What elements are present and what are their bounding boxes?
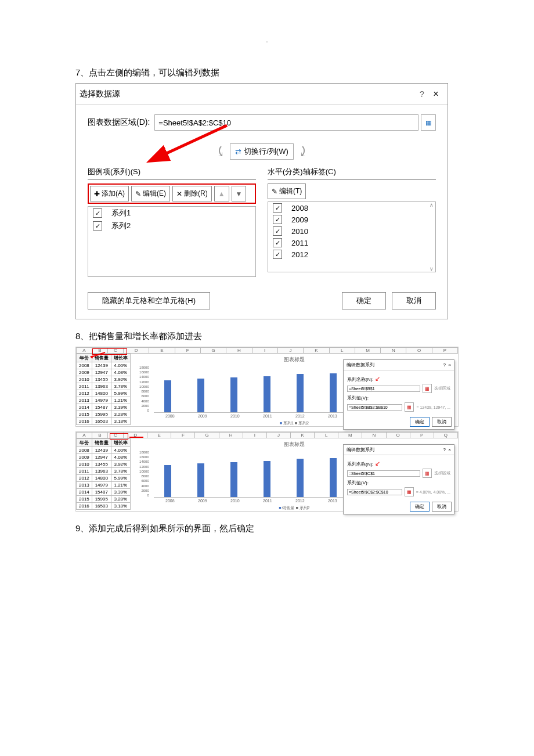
series-name-input[interactable] bbox=[347, 386, 420, 392]
edit-dialog-title: 编辑数据系列 bbox=[347, 362, 443, 368]
checkbox-icon[interactable]: ✓ bbox=[93, 221, 102, 231]
header-dot: . bbox=[0, 35, 534, 44]
excel-screenshot-2: ABCDEFGHIJKLMNOPQ 年份销售量增长率2008124394.00%… bbox=[75, 431, 459, 512]
category-item[interactable]: ✓2008 bbox=[268, 202, 435, 214]
cancel-button[interactable]: 取消 bbox=[432, 502, 452, 512]
series-name-input[interactable] bbox=[347, 470, 420, 477]
move-up-button[interactable]: ▲ bbox=[214, 186, 229, 201]
arrow-right-icon: ⤸ bbox=[297, 143, 309, 160]
series-value-label: 系列值(V): bbox=[347, 480, 450, 486]
switch-row-col-button[interactable]: ⇄切换行/列(W) bbox=[230, 143, 294, 160]
category-list[interactable]: ∧∨ ✓2008✓2009✓2010✓2011✓2012 bbox=[268, 201, 436, 272]
step-8-text: 8、把销售量和增长率都添加进去 bbox=[75, 331, 459, 342]
range-selector-icon[interactable]: ▦ bbox=[423, 469, 432, 478]
series-value-label: 系列值(V): bbox=[347, 395, 450, 401]
chart-area-1: 图表标题180001600014000120001000080006000400… bbox=[131, 354, 458, 426]
select-data-source-dialog: 选择数据源 ? × 图表数据区域(D): =Sheet5!$A$2:$C$10 … bbox=[75, 83, 448, 319]
edit-icon: ✎ bbox=[135, 190, 141, 198]
delete-button[interactable]: ✕删除(R) bbox=[172, 186, 212, 201]
series-value-input[interactable] bbox=[347, 404, 402, 411]
close-icon[interactable]: × bbox=[448, 362, 451, 368]
range-selector-icon[interactable]: ▦ bbox=[405, 487, 414, 496]
excel-screenshot-1: ABCDEFGHIJKLMNOP 年份销售量增长率2008124394.00%2… bbox=[75, 347, 459, 427]
delete-icon: ✕ bbox=[176, 190, 182, 198]
highlight-col-c bbox=[110, 433, 128, 440]
category-item[interactable]: ✓2010 bbox=[268, 225, 435, 237]
dialog-title: 选择数据源 bbox=[80, 89, 416, 99]
edit-series-dialog: 编辑数据系列? ×系列名称(N): ↙▦选择区域系列值(V):▦= 12439,… bbox=[343, 359, 454, 430]
edit-axis-button[interactable]: ✎编辑(T) bbox=[268, 183, 306, 199]
checkbox-icon[interactable]: ✓ bbox=[273, 250, 282, 259]
annotation-arrow-red bbox=[134, 123, 239, 169]
help-icon[interactable]: ? bbox=[443, 447, 445, 452]
checkbox-icon[interactable]: ✓ bbox=[93, 208, 102, 218]
cancel-button[interactable]: 取消 bbox=[432, 417, 452, 427]
help-icon[interactable]: ? bbox=[416, 89, 428, 99]
cancel-button[interactable]: 取消 bbox=[392, 292, 436, 309]
svg-line-1 bbox=[91, 352, 105, 357]
scroll-up-icon[interactable]: ∧ bbox=[430, 202, 434, 208]
series-item[interactable]: ✓系列1 bbox=[88, 207, 255, 219]
hidden-cells-button[interactable]: 隐藏的单元格和空单元格(H) bbox=[88, 292, 210, 309]
series-value-input[interactable] bbox=[347, 489, 402, 495]
checkbox-icon[interactable]: ✓ bbox=[273, 215, 282, 224]
close-icon[interactable]: × bbox=[448, 447, 451, 452]
svg-line-0 bbox=[151, 125, 227, 160]
edit-button[interactable]: ✎编辑(E) bbox=[131, 186, 170, 201]
arrow-icon bbox=[89, 351, 106, 359]
add-button[interactable]: ✚添加(A) bbox=[90, 186, 129, 201]
scroll-down-icon[interactable]: ∨ bbox=[430, 266, 434, 272]
checkbox-icon[interactable]: ✓ bbox=[273, 238, 282, 247]
series-item[interactable]: ✓系列2 bbox=[88, 219, 255, 232]
ok-button[interactable]: 确定 bbox=[410, 417, 430, 427]
range-selector-icon[interactable]: ▦ bbox=[421, 114, 436, 131]
help-icon[interactable]: ? bbox=[443, 362, 445, 368]
data-table: 年份销售量增长率2008124394.00%2009129474.08%2010… bbox=[76, 354, 131, 425]
category-item[interactable]: ✓2012 bbox=[268, 249, 435, 260]
checkbox-icon[interactable]: ✓ bbox=[273, 203, 282, 213]
range-selector-icon[interactable]: ▦ bbox=[423, 384, 432, 393]
ok-button[interactable]: 确定 bbox=[410, 502, 430, 512]
checkbox-icon[interactable]: ✓ bbox=[273, 226, 282, 236]
chart-area-2: 图表标题180001600014000120001000080006000400… bbox=[131, 438, 458, 511]
edit-series-dialog: 编辑数据系列? ×系列名称(N): ↙▦选择区域系列值(V):▦= 4.00%,… bbox=[343, 444, 454, 514]
edit-icon: ✎ bbox=[272, 188, 277, 196]
move-down-button[interactable]: ▼ bbox=[232, 186, 247, 201]
add-icon: ✚ bbox=[94, 190, 100, 198]
series-list[interactable]: ✓系列1✓系列2 bbox=[88, 206, 256, 277]
step-7-text: 7、点击左侧的编辑，可以编辑列数据 bbox=[75, 67, 459, 78]
range-selector-icon[interactable]: ▦ bbox=[405, 402, 414, 412]
ok-button[interactable]: 确定 bbox=[342, 292, 386, 309]
category-item[interactable]: ✓2011 bbox=[268, 237, 435, 249]
edit-dialog-title: 编辑数据系列 bbox=[347, 447, 443, 453]
close-icon[interactable]: × bbox=[428, 89, 444, 99]
axis-header: 水平(分类)轴标签(C) bbox=[268, 167, 436, 180]
series-name-label: 系列名称(N): ↙ bbox=[347, 375, 450, 383]
data-table: 年份销售量增长率2008124394.00%2009129474.08%2010… bbox=[76, 438, 131, 510]
series-name-label: 系列名称(N): ↙ bbox=[347, 460, 450, 467]
category-item[interactable]: ✓2009 bbox=[268, 214, 435, 225]
step-9-text: 9、添加完成后得到如果所示的界面，然后确定 bbox=[75, 523, 459, 534]
